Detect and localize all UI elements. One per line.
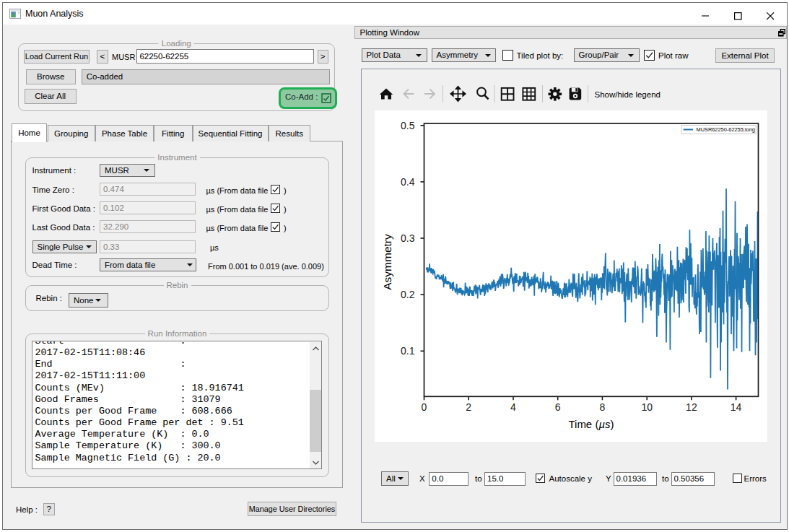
svg-text:Asymmetry: Asymmetry bbox=[381, 234, 393, 290]
svg-text:0.4: 0.4 bbox=[401, 176, 415, 188]
svg-text:Time (µs): Time (µs) bbox=[568, 418, 614, 430]
svg-text:MUSR62250-62255;long: MUSR62250-62255;long bbox=[696, 126, 754, 133]
svg-text:4: 4 bbox=[510, 401, 516, 413]
svg-text:0: 0 bbox=[421, 401, 427, 413]
svg-text:0.5: 0.5 bbox=[401, 120, 415, 131]
svg-text:0.1: 0.1 bbox=[401, 345, 415, 357]
svg-text:0.2: 0.2 bbox=[401, 289, 415, 300]
svg-text:14: 14 bbox=[730, 401, 741, 413]
svg-text:10: 10 bbox=[641, 401, 653, 413]
svg-text:8: 8 bbox=[599, 401, 605, 413]
svg-text:0.3: 0.3 bbox=[401, 232, 415, 244]
svg-text:12: 12 bbox=[686, 401, 697, 413]
svg-text:2: 2 bbox=[466, 401, 471, 413]
svg-text:6: 6 bbox=[554, 401, 560, 413]
